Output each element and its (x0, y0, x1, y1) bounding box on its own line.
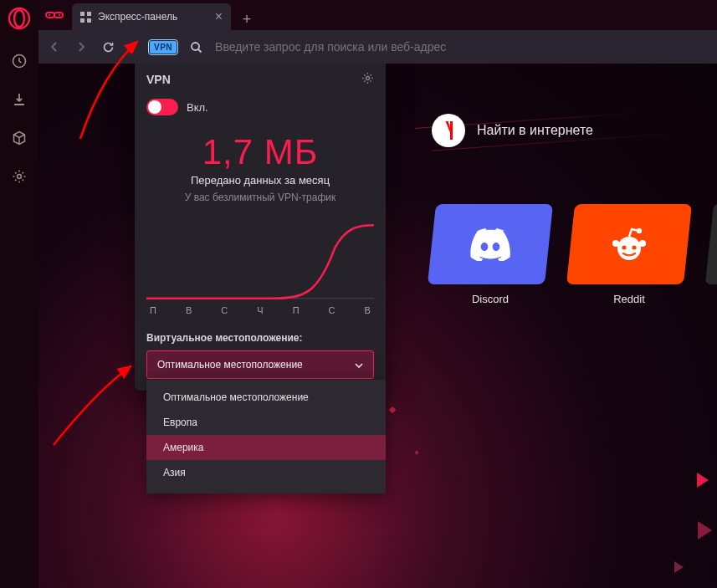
vpn-toggle[interactable] (146, 99, 178, 115)
svg-point-5 (59, 14, 60, 16)
vpn-settings-icon[interactable] (361, 72, 374, 87)
yandex-logo-icon (432, 114, 465, 147)
vpn-data-caption: Передано данных за месяц (146, 174, 374, 187)
reddit-icon (609, 227, 649, 262)
tab-title: Экспресс-панель (98, 11, 177, 23)
discord-icon (469, 228, 512, 261)
speed-dial-tiles: Discord Reddit (432, 204, 717, 305)
chevron-down-icon (355, 359, 363, 371)
tab-grid-icon (80, 12, 91, 23)
tile-discord[interactable]: Discord (432, 204, 549, 305)
svg-rect-6 (80, 12, 85, 16)
decoration-triangle (697, 473, 709, 488)
speed-dial-page: Найти в интернете Discord Reddit VPN (38, 64, 717, 588)
vpn-data-amount: 1,7 МБ (146, 132, 374, 172)
vpn-title: VPN (146, 73, 171, 86)
vpn-location-dropdown: Оптимальное местоположение Европа Америк… (146, 380, 386, 493)
gx-icon[interactable] (42, 3, 67, 28)
vpn-unlimited-note: У вас безлимитный VPN-трафик (146, 192, 374, 203)
vpn-option-america[interactable]: Америка (146, 435, 386, 460)
vpn-location-select[interactable]: Оптимальное местоположение (146, 350, 374, 379)
settings-gear-icon[interactable] (10, 167, 28, 186)
decoration-dot (389, 406, 396, 413)
svg-point-10 (192, 43, 199, 50)
svg-point-1 (14, 10, 24, 27)
tile-label: Reddit (613, 293, 645, 305)
tile-partial[interactable] (705, 204, 717, 284)
vpn-on-label: Вкл. (187, 101, 208, 114)
svg-point-0 (9, 8, 29, 28)
opera-logo-icon[interactable] (6, 5, 33, 32)
history-icon[interactable] (10, 52, 28, 70)
vpn-selected-value: Оптимальное местоположение (157, 359, 303, 371)
search-row[interactable]: Найти в интернете (432, 114, 593, 147)
vpn-location-label: Виртуальное местоположение: (135, 324, 386, 350)
tile-label: Discord (472, 293, 509, 305)
nav-forward-button[interactable] (74, 39, 89, 54)
decoration-triangle (698, 521, 712, 539)
vpn-usage-chart (146, 222, 374, 302)
search-icon[interactable] (188, 39, 203, 54)
downloads-icon[interactable] (10, 90, 28, 109)
svg-point-11 (617, 237, 641, 260)
vpn-option-asia[interactable]: Азия (146, 460, 386, 485)
svg-point-4 (49, 14, 50, 16)
vpn-option-europe[interactable]: Европа (146, 410, 386, 435)
address-input[interactable] (215, 40, 709, 54)
svg-point-3 (18, 175, 22, 179)
left-sidebar (0, 0, 38, 588)
vpn-badge[interactable]: VPN (150, 41, 177, 54)
vpn-popup: VPN Вкл. 1,7 МБ Передано данных за месяц… (135, 64, 386, 391)
tile-reddit[interactable]: Reddit (571, 204, 688, 305)
tab-speed-dial[interactable]: Экспресс-панель × (72, 3, 231, 30)
svg-point-16 (632, 245, 636, 249)
site-menu-icon[interactable]: ⋮ (127, 40, 138, 54)
address-bar: ⋮ VPN (38, 30, 717, 64)
svg-point-17 (366, 77, 370, 80)
new-tab-button[interactable]: + (236, 8, 258, 30)
decoration-dot (414, 450, 419, 455)
reload-button[interactable] (100, 39, 115, 54)
vpn-chart-days: П В С Ч П С В (135, 305, 386, 324)
tab-close-icon[interactable]: × (215, 9, 223, 24)
svg-point-12 (612, 240, 619, 247)
svg-rect-7 (87, 12, 91, 16)
svg-rect-8 (80, 18, 85, 23)
svg-point-13 (639, 240, 646, 247)
tab-bar: Экспресс-панель × + (38, 0, 717, 30)
svg-point-15 (622, 245, 626, 249)
cube-icon[interactable] (10, 129, 28, 147)
svg-rect-9 (87, 18, 91, 23)
nav-back-button[interactable] (47, 39, 62, 54)
vpn-option-optimal[interactable]: Оптимальное местоположение (146, 385, 386, 410)
decoration-triangle (674, 561, 684, 573)
search-label: Найти в интернете (477, 123, 593, 138)
